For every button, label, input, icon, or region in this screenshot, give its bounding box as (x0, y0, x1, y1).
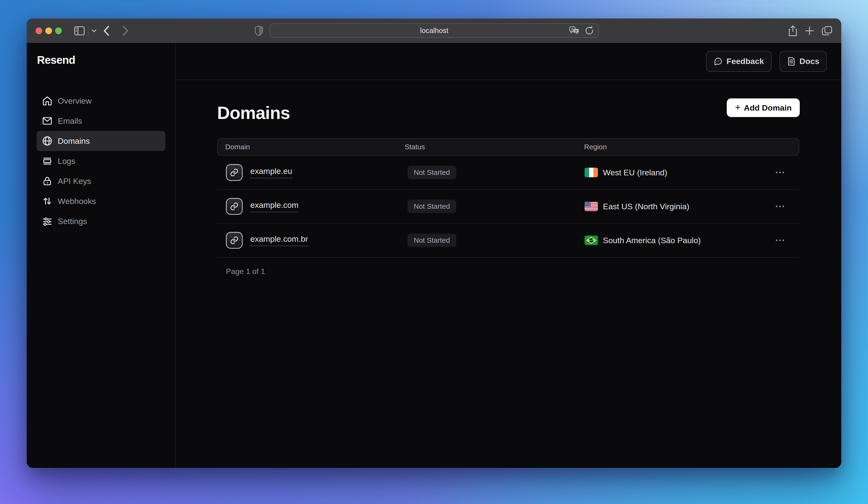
address-bar[interactable]: localhost A 文 (270, 23, 599, 38)
domains-table: Domain Status Region example.eu (217, 138, 799, 276)
table-row: example.com.br Not Started South America… (217, 224, 799, 258)
region-label: South America (São Paulo) (603, 236, 701, 245)
toolbar-separator (88, 26, 88, 36)
sidebar-item-label: Emails (58, 116, 82, 125)
sidebar-nav: Overview Emails (37, 91, 165, 231)
reload-icon[interactable] (585, 26, 594, 36)
link-icon (226, 164, 242, 181)
sidebar-item-label: Domains (58, 137, 90, 146)
new-tab-icon[interactable] (805, 25, 815, 37)
sidebar-item-label: API Keys (58, 177, 91, 186)
add-domain-button[interactable]: + Add Domain (727, 98, 800, 117)
sidebar-item-api-keys[interactable]: API Keys (37, 171, 165, 191)
home-icon (42, 95, 52, 106)
link-icon (226, 198, 242, 215)
arrows-up-down-icon (42, 196, 52, 206)
domain-link[interactable]: example.com.br (250, 234, 308, 246)
svg-text:A: A (571, 27, 574, 31)
add-domain-label: Add Domain (744, 103, 792, 112)
feedback-button[interactable]: Feedback (706, 51, 772, 72)
sidebar-item-overview[interactable]: Overview (37, 91, 165, 111)
feedback-button-label: Feedback (726, 57, 764, 66)
table-row: example.eu Not Started West EU (Ireland) (217, 156, 799, 190)
sidebar-item-emails[interactable]: Emails (37, 111, 165, 131)
flag-united-states-icon (585, 202, 598, 211)
back-button[interactable] (103, 25, 110, 36)
tab-overview-icon[interactable] (822, 25, 833, 37)
row-actions-button[interactable] (775, 205, 785, 208)
toolbar-right-icons (788, 25, 833, 37)
sidebar-item-label: Overview (58, 96, 92, 105)
close-window-button[interactable] (35, 28, 42, 34)
pagination-status: Page 1 of 1 (226, 267, 799, 276)
plus-icon: + (735, 102, 740, 112)
status-badge: Not Started (407, 234, 456, 247)
flag-canton (585, 202, 590, 207)
translate-icon[interactable]: A 文 (569, 26, 580, 36)
domain-link[interactable]: example.com (250, 200, 299, 212)
chevron-down-icon (91, 29, 97, 33)
document-icon (787, 57, 796, 66)
link-icon (226, 232, 242, 249)
page-title: Domains (217, 103, 290, 123)
address-bar-icons: A 文 (569, 26, 594, 36)
sidebar-item-logs[interactable]: Logs (37, 151, 165, 171)
domain-link[interactable]: example.eu (250, 167, 292, 179)
privacy-shield-icon[interactable] (255, 26, 263, 36)
rows-icon (42, 156, 52, 166)
sidebar-item-settings[interactable]: Settings (37, 211, 165, 231)
column-header-domain: Domain (225, 143, 250, 151)
sidebar-item-label: Logs (58, 157, 75, 166)
traffic-lights (35, 28, 62, 34)
share-icon[interactable] (788, 25, 798, 37)
table-row: example.com Not Started East US (North V… (217, 190, 799, 224)
sidebar-item-label: Webhooks (58, 196, 96, 206)
flag-brazil-icon (585, 235, 598, 245)
minimize-window-button[interactable] (45, 28, 52, 34)
region-label: West EU (Ireland) (603, 168, 667, 177)
sidebar-panel-icon (74, 26, 85, 36)
flag-ireland-icon (585, 168, 598, 177)
sidebar-item-domains[interactable]: Domains (37, 131, 165, 151)
row-actions-button[interactable] (775, 239, 785, 242)
main-area: Feedback Docs Domains + Add Domain (176, 43, 841, 468)
docs-button[interactable]: Docs (779, 51, 827, 72)
feedback-bubble-icon (714, 57, 723, 66)
browser-toolbar: localhost A 文 (27, 18, 841, 43)
browser-sidebar-toggle[interactable] (74, 26, 97, 36)
sidebar-item-label: Settings (58, 216, 87, 226)
docs-button-label: Docs (799, 57, 819, 66)
app-sidebar: Resend Overview (27, 43, 176, 468)
desktop-wallpaper: localhost A 文 (0, 0, 868, 504)
app-topbar: Feedback Docs (176, 43, 841, 80)
lock-icon (42, 176, 52, 186)
status-badge: Not Started (407, 166, 456, 179)
sliders-icon (42, 216, 52, 226)
row-actions-button[interactable] (775, 171, 785, 174)
app-content: Resend Overview (27, 43, 841, 468)
column-header-status: Status (405, 143, 425, 151)
column-header-region: Region (584, 143, 607, 151)
svg-text:文: 文 (574, 29, 578, 33)
zoom-window-button[interactable] (55, 28, 62, 34)
mail-icon (42, 115, 52, 126)
region-label: East US (North Virginia) (603, 202, 689, 211)
sidebar-item-webhooks[interactable]: Webhooks (37, 191, 165, 211)
forward-button[interactable] (122, 25, 129, 36)
table-header: Domain Status Region (217, 138, 799, 156)
browser-window: localhost A 文 (27, 18, 841, 468)
flag-globe (589, 238, 593, 243)
globe-icon (42, 136, 52, 146)
address-text: localhost (420, 27, 448, 34)
resend-logo: Resend (37, 53, 75, 67)
status-badge: Not Started (407, 200, 456, 213)
